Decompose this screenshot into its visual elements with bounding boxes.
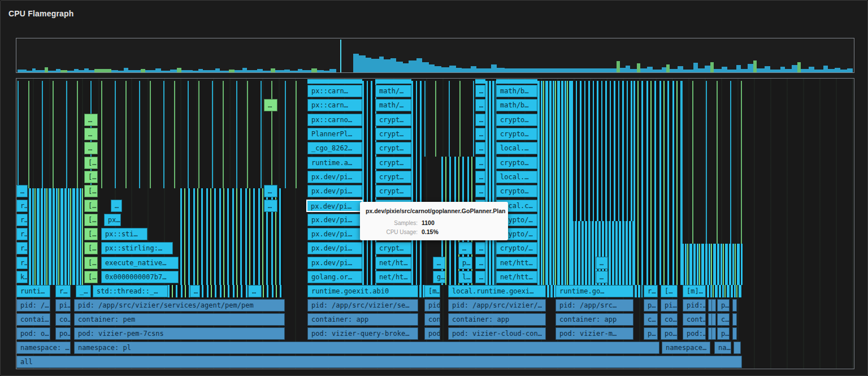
flame-frame[interactable]: r… [16,257,28,269]
flame-frame[interactable]: [m]… [683,285,706,297]
flame-frame[interactable]: … [475,271,485,283]
flame-frame[interactable]: crypt… [375,242,411,254]
flame-frame[interactable]: runtime.a… [307,157,362,169]
flame-frame[interactable]: pi… [661,299,678,312]
flame-frame[interactable]: golang.or… [307,271,362,283]
flame-frame[interactable]: runtime.go… [555,285,633,297]
flame-frame[interactable]: container: app [307,313,418,326]
flame-frame[interactable]: … [475,242,485,254]
flame-frame[interactable]: … [264,200,277,212]
flame-frame[interactable]: … [433,257,445,269]
flame-frame[interactable]: … [248,285,262,297]
flame-frame[interactable]: crypto/… [496,242,537,254]
flame-frame[interactable]: math/… [375,99,411,111]
flame-frame[interactable] [711,299,716,312]
flame-frame-cluster[interactable] [682,81,743,244]
flame-frame[interactable]: [… [84,200,98,212]
flame-frame-cluster[interactable] [424,81,475,157]
flame-frame[interactable]: px.dev/pi… [307,185,362,197]
flame-frame[interactable]: pod:… [683,327,706,340]
flame-frame[interactable]: px.dev/pi… [307,171,362,183]
flame-frame[interactable] [732,327,737,340]
flame-frame[interactable]: px::carn… [307,85,362,97]
flame-frame[interactable]: net/ht… [375,257,411,269]
flame-frame[interactable]: l… [458,271,472,283]
flame-frame[interactable]: local.… [496,142,537,154]
flame-frame[interactable]: runti… [16,285,50,297]
flame-frame[interactable]: r… [16,228,28,240]
flame-frame[interactable]: container: app [448,313,546,326]
flame-frame[interactable]: [… [84,228,98,240]
flame-frame[interactable]: … [475,99,485,111]
flame-frame[interactable]: math/b… [496,99,537,111]
flame-frame-cluster[interactable] [633,81,682,285]
flame-frame[interactable]: crypt… [375,142,411,154]
flame-frame[interactable]: crypto… [496,157,537,169]
flame-frame[interactable]: px.dev/pi… [307,257,362,269]
flame-frame-cluster[interactable] [707,285,742,297]
flame-frame[interactable]: … [475,128,485,140]
flame-frame[interactable] [732,299,737,312]
flame-frame-cluster[interactable] [537,81,571,285]
flame-frame-cluster[interactable] [307,79,362,84]
flame-frame[interactable]: c… [717,313,730,326]
flame-frame[interactable]: pod: vizier-m… [555,327,633,340]
flame-frame-cluster[interactable] [571,81,633,221]
flame-frame[interactable]: namespace… [662,342,710,354]
flame-frame[interactable]: pid: /app/src… [555,299,633,312]
flame-frame[interactable]: pid: /… [16,299,50,312]
flame-frame[interactable]: pi… [55,299,71,312]
flame-frame[interactable]: po… [661,327,678,340]
flame-frame[interactable]: con… [424,313,440,326]
flame-frame[interactable]: [… [661,285,678,297]
flame-frame[interactable]: c… [644,313,658,326]
flame-frame[interactable]: px::stirling:… [101,242,173,254]
flame-frame[interactable]: pod: vizier-query-broke… [307,327,418,340]
flame-frame[interactable]: px::sti… [101,228,147,240]
flame-frame[interactable]: r… [16,200,28,212]
flame-frame[interactable]: … [16,185,28,197]
flame-frame[interactable]: namespace: pl [74,342,659,354]
flame-frame[interactable]: p… [644,299,658,312]
flame-frame[interactable]: crypto… [496,114,537,126]
flame-frame[interactable]: local.runtime.goexi… [448,285,546,297]
flame-frame[interactable]: p… [717,299,730,312]
flame-frame[interactable]: … [264,99,277,111]
flame-frame[interactable]: pod: o… [16,327,50,340]
flame-frame[interactable]: runtime.goexit.abi0 [307,285,418,297]
flame-frame[interactable]: … [475,114,485,126]
flame-frame-cluster[interactable] [411,81,424,297]
flame-frame[interactable]: pod: vizier-cloud-con… [448,327,546,340]
flame-frame[interactable]: pid: /app/src/vizier/se… [307,299,418,312]
flame-frame[interactable]: [m… [424,285,440,297]
flame-frame[interactable]: crypt… [375,128,411,140]
flame-frame[interactable]: local.… [496,171,537,183]
flame-frame[interactable]: r… [644,285,658,297]
flame-frame-cluster[interactable] [362,81,376,285]
flame-frame[interactable]: net/htt… [496,257,537,269]
flame-frame[interactable]: co… [661,313,678,326]
flame-frame[interactable]: crypt… [375,185,411,197]
flame-frame[interactable] [711,327,716,340]
flame-frame[interactable]: r… [55,285,71,297]
flame-frame[interactable]: po… [55,327,71,340]
flame-frame[interactable]: pod: vizier-pem-7csns [74,327,285,340]
flame-frame[interactable]: … [475,142,485,154]
flame-frame-cluster[interactable] [18,81,305,188]
flame-frame[interactable]: px::carno… [307,114,362,126]
flame-frame[interactable]: … [264,185,277,197]
flame-frame[interactable]: net/htt… [496,271,537,283]
flame-frame[interactable]: p… [458,257,472,269]
flame-frame[interactable]: container: app [555,313,633,326]
flame-frame-cluster[interactable] [475,79,485,84]
flame-frame[interactable]: _… [76,285,91,297]
flame-frame-cluster[interactable] [419,285,424,297]
flame-frame[interactable]: … [84,128,98,140]
flame-frame-cluster[interactable] [29,188,84,285]
flame-frame[interactable]: na… [714,342,731,354]
flame-frame[interactable]: crypto… [496,128,537,140]
flame-frame[interactable]: all [16,356,742,368]
flame-frame-cluster[interactable] [485,81,496,285]
flame-frame[interactable]: px… [104,214,121,226]
flame-frame[interactable]: px.dev/pi… [307,214,362,226]
